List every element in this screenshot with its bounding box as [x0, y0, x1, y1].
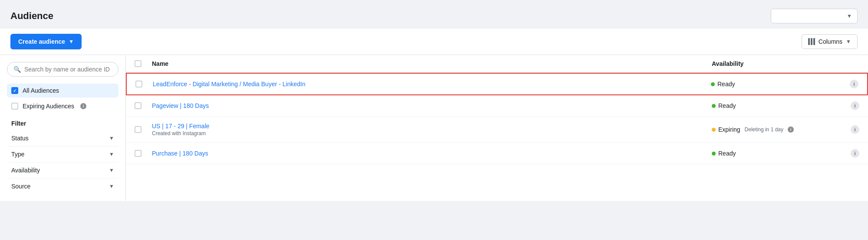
th-availability: Availability	[712, 60, 842, 67]
expiring-audiences-label: Expiring Audiences	[23, 103, 74, 110]
row4-name-link[interactable]: Purchase | 180 Days	[152, 150, 208, 157]
columns-label: Columns	[819, 38, 842, 45]
type-chevron-icon: ▼	[109, 151, 114, 157]
create-audience-button[interactable]: Create audience ▼	[10, 34, 82, 49]
filter-section-title: Filter	[7, 120, 118, 127]
row4-select[interactable]	[135, 150, 141, 157]
filter-source[interactable]: Source ▼	[7, 178, 118, 194]
columns-button[interactable]: Columns ▼	[802, 34, 858, 49]
row1-availability: Ready	[711, 81, 841, 88]
row2-status-dot	[712, 104, 716, 108]
row3-expiring-detail: Deleting in 1 day	[745, 126, 783, 133]
row2-info-button[interactable]: i	[851, 101, 859, 110]
row3-select[interactable]	[135, 126, 141, 133]
row1-info: i	[841, 80, 858, 88]
row3-info: i	[842, 125, 859, 134]
availability-chevron-icon: ▼	[109, 167, 114, 173]
row1-name-link[interactable]: LeadEnforce - Digital Marketing / Media …	[153, 81, 306, 88]
row1-checkbox[interactable]	[135, 81, 153, 88]
filter-options-list: Status ▼ Type ▼ Availability ▼ Source ▼	[7, 130, 118, 194]
row2-info: i	[842, 101, 859, 110]
filter-availability[interactable]: Availability ▼	[7, 162, 118, 178]
source-chevron-icon: ▼	[109, 183, 114, 189]
columns-chevron-icon: ▼	[846, 39, 851, 45]
row2-availability: Ready	[712, 102, 842, 109]
row4-checkbox[interactable]	[135, 150, 152, 157]
row1-info-button[interactable]: i	[850, 80, 858, 88]
search-icon: 🔍	[13, 66, 21, 73]
expiring-info-icon[interactable]: i	[80, 103, 86, 109]
row1-select[interactable]	[135, 81, 142, 88]
row2-status-text: Ready	[718, 102, 736, 109]
row4-name: Purchase | 180 Days	[152, 150, 712, 157]
row3-checkbox[interactable]	[135, 126, 152, 133]
search-box[interactable]: 🔍	[7, 62, 118, 77]
page-wrapper: Audience ▼ Create audience ▼ Columns ▼ 🔍	[0, 0, 868, 240]
table-row[interactable]: Pageview | 180 Days Ready i	[126, 95, 868, 117]
filter-status-label: Status	[11, 135, 29, 142]
row1-name: LeadEnforce - Digital Marketing / Media …	[153, 81, 711, 88]
expiring-audiences-checkbox[interactable]	[11, 103, 18, 110]
th-select-all[interactable]	[135, 60, 152, 67]
filter-type-label: Type	[11, 151, 24, 158]
toolbar: Create audience ▼ Columns ▼	[0, 29, 868, 55]
all-audiences-filter[interactable]: All Audiences	[7, 84, 118, 97]
table-row[interactable]: LeadEnforce - Digital Marketing / Media …	[126, 73, 868, 95]
filter-status[interactable]: Status ▼	[7, 130, 118, 146]
create-audience-label: Create audience	[18, 38, 65, 45]
row3-name-link[interactable]: US | 17 - 29 | Female	[152, 123, 210, 130]
row2-name-link[interactable]: Pageview | 180 Days	[152, 102, 209, 109]
row3-status-dot	[712, 128, 716, 132]
table-row[interactable]: Purchase | 180 Days Ready i	[126, 143, 868, 164]
row2-checkbox[interactable]	[135, 102, 152, 109]
row4-info: i	[842, 149, 859, 158]
table-header: Name Availability	[126, 55, 868, 73]
row1-status-text: Ready	[717, 81, 735, 88]
row3-info-button[interactable]: i	[851, 125, 859, 134]
filter-type[interactable]: Type ▼	[7, 146, 118, 162]
select-all-checkbox[interactable]	[135, 60, 141, 67]
columns-icon	[808, 38, 815, 45]
all-audiences-label: All Audiences	[23, 87, 59, 94]
sidebar: 🔍 All Audiences Expiring Audiences i Fil…	[0, 55, 126, 201]
row4-info-button[interactable]: i	[851, 149, 859, 158]
filter-source-label: Source	[11, 183, 30, 190]
th-name: Name	[152, 60, 712, 67]
content-area: Name Availability LeadEnforce - Digital …	[126, 55, 868, 201]
row3-status-text: Expiring	[718, 126, 740, 133]
create-chevron-icon: ▼	[69, 39, 74, 45]
chevron-down-icon: ▼	[847, 13, 852, 19]
all-audiences-checkbox[interactable]	[11, 87, 18, 94]
status-chevron-icon: ▼	[109, 135, 114, 141]
row3-name: US | 17 - 29 | Female Created with Insta…	[152, 123, 712, 136]
row3-subtitle: Created with Instagram	[152, 130, 712, 136]
table-row[interactable]: US | 17 - 29 | Female Created with Insta…	[126, 117, 868, 143]
row2-select[interactable]	[135, 102, 141, 109]
main-layout: 🔍 All Audiences Expiring Audiences i Fil…	[0, 55, 868, 201]
expiring-audiences-filter[interactable]: Expiring Audiences i	[7, 99, 118, 113]
row2-name: Pageview | 180 Days	[152, 102, 712, 109]
header-dropdown-value	[777, 13, 779, 19]
row4-status-text: Ready	[718, 150, 736, 157]
row1-status-dot	[711, 82, 715, 86]
row4-availability: Ready	[712, 150, 842, 157]
search-input[interactable]	[24, 66, 112, 73]
row3-availability: Expiring Deleting in 1 day i	[712, 126, 842, 133]
row3-expiring-info-icon[interactable]: i	[788, 126, 794, 133]
row4-status-dot	[712, 152, 716, 156]
page-title: Audience	[10, 10, 53, 22]
filter-availability-label: Availability	[11, 167, 40, 174]
page-header: Audience ▼	[0, 0, 868, 29]
header-dropdown[interactable]: ▼	[771, 9, 858, 23]
